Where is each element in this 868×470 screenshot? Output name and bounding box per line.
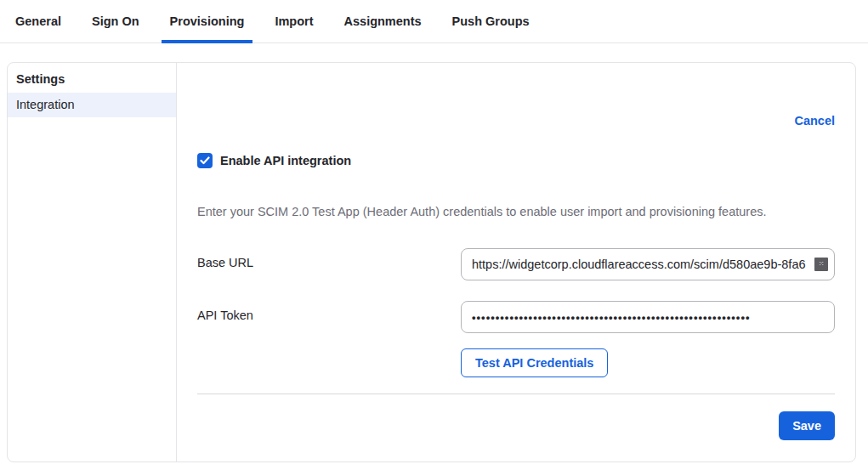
sidebar-item-integration[interactable]: Integration — [8, 93, 176, 117]
tab-general[interactable]: General — [7, 0, 70, 42]
integration-settings-content: Cancel Enable API integration Enter your… — [177, 63, 855, 462]
provisioning-panel: Settings Integration Cancel Enable API i… — [7, 62, 856, 462]
tab-assignments[interactable]: Assignments — [336, 0, 430, 42]
tab-provisioning[interactable]: Provisioning — [162, 0, 253, 42]
cancel-row: Cancel — [197, 113, 835, 128]
api-token-input-wrap — [461, 301, 835, 333]
api-token-label: API Token — [197, 301, 253, 333]
enable-api-checkbox-label: Enable API integration — [220, 154, 351, 167]
base-url-input[interactable] — [461, 248, 835, 280]
settings-sidebar: Settings Integration — [8, 63, 177, 462]
credentials-description: Enter your SCIM 2.0 Test App (Header Aut… — [197, 206, 835, 218]
base-url-row: Base URL ⁙ — [197, 248, 835, 280]
tab-sign-on[interactable]: Sign On — [83, 0, 148, 42]
base-url-label: Base URL — [197, 248, 253, 280]
save-button[interactable]: Save — [779, 411, 835, 440]
tab-import[interactable]: Import — [266, 0, 321, 42]
tab-push-groups[interactable]: Push Groups — [444, 0, 538, 42]
api-token-row: API Token — [197, 301, 835, 333]
enable-api-integration-row: Enable API integration — [197, 153, 835, 168]
checkmark-icon — [200, 156, 210, 165]
sidebar-header-settings: Settings — [8, 68, 176, 93]
test-api-credentials-button[interactable]: Test API Credentials — [461, 348, 608, 377]
save-row: Save — [197, 411, 835, 440]
footer-divider — [197, 394, 835, 394]
enable-api-checkbox[interactable] — [197, 153, 213, 168]
api-token-input[interactable] — [461, 301, 835, 333]
cancel-link[interactable]: Cancel — [794, 114, 835, 127]
text-overflow-cursor-icon: ⁙ — [814, 258, 828, 271]
app-tab-bar: General Sign On Provisioning Import Assi… — [0, 0, 868, 43]
base-url-input-wrap: ⁙ — [461, 248, 835, 280]
